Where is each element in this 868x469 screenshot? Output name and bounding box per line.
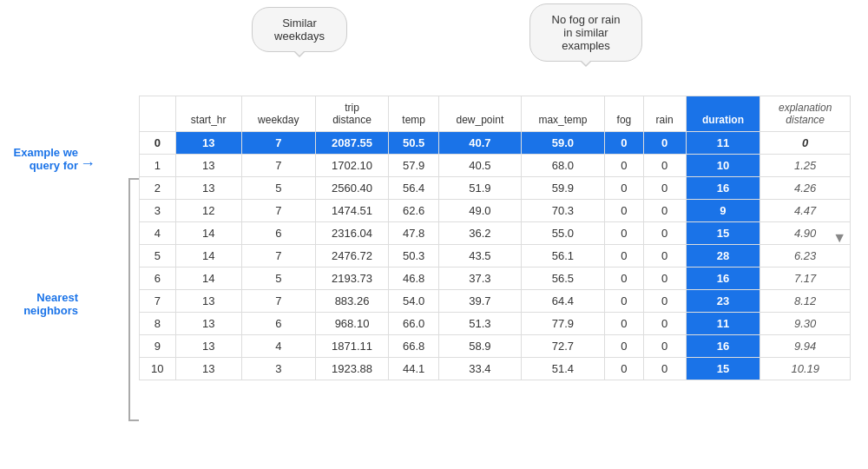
cell-start-hr: 13 <box>175 335 241 358</box>
cell-explanation-distance: 1.25 <box>760 155 851 177</box>
cell-fog: 0 <box>605 222 643 245</box>
cell-row-id: 2 <box>140 177 176 200</box>
cell-temp: 66.8 <box>389 335 439 358</box>
cell-explanation-distance: 7.17 <box>760 268 851 290</box>
cell-duration: 16 <box>686 335 760 358</box>
cell-max-temp: 72.7 <box>521 335 604 358</box>
cell-row-id: 1 <box>140 155 176 177</box>
cell-duration: 15 <box>686 358 760 380</box>
cell-explanation-distance: 9.30 <box>760 313 851 335</box>
cell-row-id: 8 <box>140 313 176 335</box>
cell-trip-distance: 968.10 <box>315 313 389 335</box>
cell-row-id: 4 <box>140 222 176 245</box>
cell-fog: 0 <box>605 268 643 290</box>
cell-fog: 0 <box>605 132 643 155</box>
cell-dew-point: 51.9 <box>439 177 522 200</box>
cell-start-hr: 14 <box>175 268 241 290</box>
header-rain: rain <box>643 96 686 132</box>
cell-dew-point: 49.0 <box>439 200 522 222</box>
cell-dew-point: 58.9 <box>439 335 522 358</box>
cell-start-hr: 13 <box>175 358 241 380</box>
cell-max-temp: 77.9 <box>521 313 604 335</box>
header-max-temp: max_temp <box>521 96 604 132</box>
cell-fog: 0 <box>605 245 643 268</box>
cell-weekday: 6 <box>241 222 315 245</box>
cell-row-id: 10 <box>140 358 176 380</box>
cell-max-temp: 56.5 <box>521 268 604 290</box>
cell-trip-distance: 2087.55 <box>315 132 389 155</box>
cell-max-temp: 51.4 <box>521 358 604 380</box>
cell-rain: 0 <box>643 313 686 335</box>
scroll-down-icon[interactable]: ▼ <box>832 230 846 246</box>
cell-start-hr: 13 <box>175 155 241 177</box>
label-example-we-query-for: Example wequery for <box>0 146 78 172</box>
cell-row-id: 7 <box>140 290 176 313</box>
cell-weekday: 7 <box>241 132 315 155</box>
cell-start-hr: 14 <box>175 222 241 245</box>
table-row: 101331923.8844.133.451.4001510.19 <box>140 358 851 380</box>
cell-max-temp: 59.0 <box>521 132 604 155</box>
table-row: 21352560.4056.451.959.900164.26 <box>140 177 851 200</box>
cell-duration: 23 <box>686 290 760 313</box>
header-fog: fog <box>605 96 643 132</box>
cell-trip-distance: 1474.51 <box>315 200 389 222</box>
cell-duration: 28 <box>686 245 760 268</box>
cell-start-hr: 13 <box>175 313 241 335</box>
label-nearest-neighbors: Nearestneighbors <box>0 291 78 317</box>
table-row: 41462316.0447.836.255.000154.90 <box>140 222 851 245</box>
bubble-fog: No fog or rainin similarexamples <box>529 3 642 62</box>
header-start-hr: start_hr <box>175 96 241 132</box>
table-row: 51472476.7250.343.556.100286.23 <box>140 245 851 268</box>
cell-max-temp: 68.0 <box>521 155 604 177</box>
header-temp: temp <box>389 96 439 132</box>
cell-explanation-distance: 10.19 <box>760 358 851 380</box>
cell-start-hr: 13 <box>175 132 241 155</box>
cell-fog: 0 <box>605 335 643 358</box>
cell-start-hr: 13 <box>175 290 241 313</box>
cell-temp: 54.0 <box>389 290 439 313</box>
cell-weekday: 7 <box>241 200 315 222</box>
cell-trip-distance: 1871.11 <box>315 335 389 358</box>
cell-dew-point: 51.3 <box>439 313 522 335</box>
table-row: 7137883.2654.039.764.400238.12 <box>140 290 851 313</box>
header-weekday: weekday <box>241 96 315 132</box>
cell-trip-distance: 1702.10 <box>315 155 389 177</box>
cell-fog: 0 <box>605 177 643 200</box>
arrow-example: → <box>80 155 95 173</box>
cell-row-id: 3 <box>140 200 176 222</box>
header-dew-point: dew_point <box>439 96 522 132</box>
cell-explanation-distance: 8.12 <box>760 290 851 313</box>
cell-weekday: 4 <box>241 335 315 358</box>
cell-duration: 16 <box>686 177 760 200</box>
cell-row-id: 9 <box>140 335 176 358</box>
cell-duration: 11 <box>686 132 760 155</box>
table-row: 01372087.5550.540.759.000110 <box>140 132 851 155</box>
cell-explanation-distance: 6.23 <box>760 245 851 268</box>
cell-rain: 0 <box>643 177 686 200</box>
cell-duration: 10 <box>686 155 760 177</box>
bubble-fog-text: No fog or rainin similarexamples <box>552 13 621 52</box>
header-trip-distance: tripdistance <box>315 96 389 132</box>
cell-fog: 0 <box>605 290 643 313</box>
cell-weekday: 7 <box>241 290 315 313</box>
cell-fog: 0 <box>605 313 643 335</box>
cell-max-temp: 64.4 <box>521 290 604 313</box>
cell-temp: 56.4 <box>389 177 439 200</box>
header-explanation-distance: explanationdistance <box>760 96 851 132</box>
cell-max-temp: 55.0 <box>521 222 604 245</box>
table-row: 61452193.7346.837.356.500167.17 <box>140 268 851 290</box>
cell-row-id: 6 <box>140 268 176 290</box>
cell-dew-point: 40.7 <box>439 132 522 155</box>
cell-weekday: 7 <box>241 155 315 177</box>
cell-rain: 0 <box>643 290 686 313</box>
cell-weekday: 6 <box>241 313 315 335</box>
cell-fog: 0 <box>605 200 643 222</box>
cell-weekday: 3 <box>241 358 315 380</box>
cell-temp: 46.8 <box>389 268 439 290</box>
cell-duration: 16 <box>686 268 760 290</box>
label-nearest-text: Nearestneighbors <box>23 291 78 317</box>
cell-start-hr: 14 <box>175 245 241 268</box>
cell-rain: 0 <box>643 335 686 358</box>
cell-dew-point: 43.5 <box>439 245 522 268</box>
cell-trip-distance: 2476.72 <box>315 245 389 268</box>
